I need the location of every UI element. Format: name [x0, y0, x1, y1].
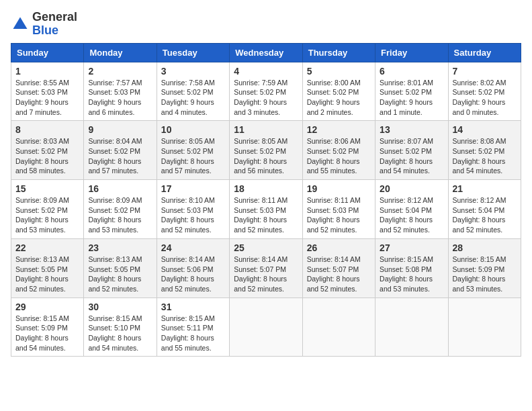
- calendar-cell: 27 Sunrise: 8:15 AM Sunset: 5:08 PM Dayl…: [375, 238, 448, 298]
- day-info: Sunrise: 8:15 AM Sunset: 5:08 PM Dayligh…: [380, 255, 443, 294]
- day-info: Sunrise: 8:15 AM Sunset: 5:09 PM Dayligh…: [453, 255, 517, 294]
- day-info: Sunrise: 8:02 AM Sunset: 5:02 PM Dayligh…: [453, 78, 517, 118]
- day-number: 13: [380, 124, 443, 135]
- day-info: Sunrise: 8:07 AM Sunset: 5:02 PM Dayligh…: [380, 136, 443, 176]
- calendar-cell: 26 Sunrise: 8:14 AM Sunset: 5:07 PM Dayl…: [302, 238, 375, 298]
- day-info: Sunrise: 8:09 AM Sunset: 5:02 PM Dayligh…: [15, 195, 79, 235]
- day-number: 8: [15, 124, 79, 135]
- day-number: 10: [161, 124, 225, 135]
- day-number: 30: [88, 302, 152, 312]
- day-info: Sunrise: 8:04 AM Sunset: 5:02 PM Dayligh…: [88, 136, 152, 176]
- day-number: 11: [234, 124, 298, 135]
- calendar-cell: 30 Sunrise: 8:15 AM Sunset: 5:10 PM Dayl…: [84, 298, 157, 357]
- calendar-cell: 6 Sunrise: 8:01 AM Sunset: 5:02 PM Dayli…: [375, 62, 448, 121]
- day-of-week-header: Tuesday: [157, 43, 229, 62]
- day-number: 28: [453, 242, 517, 253]
- calendar-cell: 9 Sunrise: 8:04 AM Sunset: 5:02 PM Dayli…: [84, 121, 157, 180]
- calendar-cell: 1 Sunrise: 8:55 AM Sunset: 5:03 PM Dayli…: [11, 62, 84, 121]
- calendar-cell: 20 Sunrise: 8:12 AM Sunset: 5:04 PM Dayl…: [375, 180, 448, 239]
- day-number: 5: [307, 66, 371, 77]
- day-number: 1: [15, 66, 79, 77]
- day-info: Sunrise: 8:15 AM Sunset: 5:10 PM Dayligh…: [88, 314, 152, 353]
- day-info: Sunrise: 8:05 AM Sunset: 5:02 PM Dayligh…: [234, 136, 298, 176]
- day-info: Sunrise: 8:14 AM Sunset: 5:06 PM Dayligh…: [161, 255, 225, 294]
- calendar-cell: 3 Sunrise: 7:58 AM Sunset: 5:02 PM Dayli…: [157, 62, 229, 121]
- day-info: Sunrise: 7:58 AM Sunset: 5:02 PM Dayligh…: [161, 78, 225, 118]
- day-number: 2: [88, 66, 152, 77]
- calendar-cell: 5 Sunrise: 8:00 AM Sunset: 5:02 PM Dayli…: [302, 62, 375, 121]
- day-number: 31: [161, 302, 225, 312]
- day-number: 18: [234, 183, 298, 194]
- logo-blue: Blue: [32, 24, 58, 37]
- calendar-cell: 29 Sunrise: 8:15 AM Sunset: 5:09 PM Dayl…: [11, 298, 84, 357]
- calendar-cell: 13 Sunrise: 8:07 AM Sunset: 5:02 PM Dayl…: [375, 121, 448, 180]
- calendar-cell: 17 Sunrise: 8:10 AM Sunset: 5:03 PM Dayl…: [157, 180, 229, 239]
- day-number: 16: [88, 183, 152, 194]
- day-number: 14: [453, 124, 517, 135]
- day-of-week-header: Friday: [375, 43, 448, 62]
- day-header-row: SundayMondayTuesdayWednesdayThursdayFrid…: [11, 43, 521, 62]
- day-number: 24: [161, 242, 225, 253]
- day-info: Sunrise: 7:57 AM Sunset: 5:03 PM Dayligh…: [88, 78, 152, 118]
- calendar-cell: 7 Sunrise: 8:02 AM Sunset: 5:02 PM Dayli…: [448, 62, 521, 121]
- calendar-cell: 19 Sunrise: 8:11 AM Sunset: 5:03 PM Dayl…: [302, 180, 375, 239]
- calendar-cell: [375, 298, 448, 357]
- day-number: 20: [380, 183, 443, 194]
- day-info: Sunrise: 8:01 AM Sunset: 5:02 PM Dayligh…: [380, 78, 443, 118]
- day-number: 7: [453, 66, 517, 77]
- day-of-week-header: Sunday: [11, 43, 84, 62]
- day-number: 3: [161, 66, 225, 77]
- day-info: Sunrise: 8:06 AM Sunset: 5:02 PM Dayligh…: [307, 136, 371, 176]
- day-of-week-header: Monday: [84, 43, 157, 62]
- day-number: 17: [161, 183, 225, 194]
- day-number: 21: [453, 183, 517, 194]
- day-info: Sunrise: 7:59 AM Sunset: 5:02 PM Dayligh…: [234, 78, 298, 118]
- calendar-cell: [302, 298, 375, 357]
- day-number: 25: [234, 242, 298, 253]
- calendar-cell: 21 Sunrise: 8:12 AM Sunset: 5:04 PM Dayl…: [448, 180, 521, 239]
- day-number: 26: [307, 242, 371, 253]
- calendar-cell: 18 Sunrise: 8:11 AM Sunset: 5:03 PM Dayl…: [230, 180, 302, 239]
- calendar-cell: 8 Sunrise: 8:03 AM Sunset: 5:02 PM Dayli…: [11, 121, 84, 180]
- day-info: Sunrise: 8:13 AM Sunset: 5:05 PM Dayligh…: [88, 255, 152, 294]
- calendar-cell: 15 Sunrise: 8:09 AM Sunset: 5:02 PM Dayl…: [11, 180, 84, 239]
- day-info: Sunrise: 8:00 AM Sunset: 5:02 PM Dayligh…: [307, 78, 371, 118]
- calendar-table: SundayMondayTuesdayWednesdayThursdayFrid…: [11, 43, 521, 357]
- calendar-cell: 22 Sunrise: 8:13 AM Sunset: 5:05 PM Dayl…: [11, 238, 84, 298]
- calendar-week-row: 8 Sunrise: 8:03 AM Sunset: 5:02 PM Dayli…: [11, 121, 521, 180]
- day-info: Sunrise: 8:12 AM Sunset: 5:04 PM Dayligh…: [453, 195, 517, 235]
- calendar-cell: 24 Sunrise: 8:14 AM Sunset: 5:06 PM Dayl…: [157, 238, 229, 298]
- day-info: Sunrise: 8:09 AM Sunset: 5:02 PM Dayligh…: [88, 195, 152, 235]
- calendar-week-row: 15 Sunrise: 8:09 AM Sunset: 5:02 PM Dayl…: [11, 180, 521, 239]
- calendar-cell: 25 Sunrise: 8:14 AM Sunset: 5:07 PM Dayl…: [230, 238, 302, 298]
- day-info: Sunrise: 8:14 AM Sunset: 5:07 PM Dayligh…: [234, 255, 298, 294]
- logo-text: General Blue: [32, 11, 77, 38]
- calendar-cell: 28 Sunrise: 8:15 AM Sunset: 5:09 PM Dayl…: [448, 238, 521, 298]
- day-info: Sunrise: 8:11 AM Sunset: 5:03 PM Dayligh…: [234, 195, 298, 235]
- day-info: Sunrise: 8:10 AM Sunset: 5:03 PM Dayligh…: [161, 195, 225, 235]
- calendar-cell: [230, 298, 302, 357]
- calendar-cell: 12 Sunrise: 8:06 AM Sunset: 5:02 PM Dayl…: [302, 121, 375, 180]
- day-info: Sunrise: 8:13 AM Sunset: 5:05 PM Dayligh…: [15, 255, 79, 294]
- logo-general: General: [32, 10, 77, 24]
- day-of-week-header: Wednesday: [230, 43, 302, 62]
- calendar-cell: 31 Sunrise: 8:15 AM Sunset: 5:11 PM Dayl…: [157, 298, 229, 357]
- calendar-week-row: 1 Sunrise: 8:55 AM Sunset: 5:03 PM Dayli…: [11, 62, 521, 121]
- day-info: Sunrise: 8:15 AM Sunset: 5:09 PM Dayligh…: [15, 314, 79, 353]
- logo: General Blue: [11, 11, 77, 38]
- day-info: Sunrise: 8:11 AM Sunset: 5:03 PM Dayligh…: [307, 195, 371, 235]
- day-info: Sunrise: 8:05 AM Sunset: 5:02 PM Dayligh…: [161, 136, 225, 176]
- day-number: 12: [307, 124, 371, 135]
- day-number: 19: [307, 183, 371, 194]
- day-number: 4: [234, 66, 298, 77]
- day-info: Sunrise: 8:55 AM Sunset: 5:03 PM Dayligh…: [15, 78, 79, 118]
- day-number: 27: [380, 242, 443, 253]
- svg-marker-0: [13, 17, 28, 29]
- calendar-week-row: 29 Sunrise: 8:15 AM Sunset: 5:09 PM Dayl…: [11, 298, 521, 357]
- logo-icon: [11, 15, 30, 34]
- calendar-cell: 10 Sunrise: 8:05 AM Sunset: 5:02 PM Dayl…: [157, 121, 229, 180]
- calendar-cell: 2 Sunrise: 7:57 AM Sunset: 5:03 PM Dayli…: [84, 62, 157, 121]
- calendar-cell: 23 Sunrise: 8:13 AM Sunset: 5:05 PM Dayl…: [84, 238, 157, 298]
- day-info: Sunrise: 8:15 AM Sunset: 5:11 PM Dayligh…: [161, 314, 225, 353]
- day-info: Sunrise: 8:03 AM Sunset: 5:02 PM Dayligh…: [15, 136, 79, 176]
